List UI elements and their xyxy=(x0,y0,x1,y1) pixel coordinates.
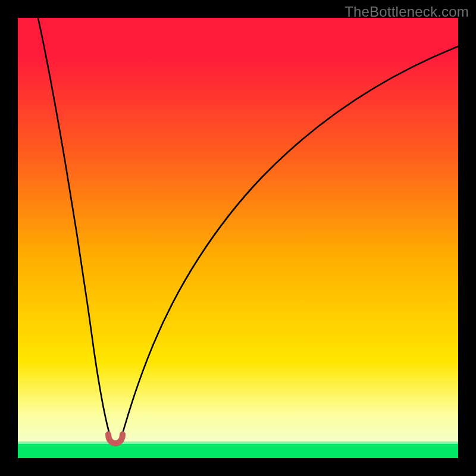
chart-frame xyxy=(18,18,458,458)
gradient-background xyxy=(18,18,458,458)
green-edge xyxy=(18,441,458,444)
watermark-text: TheBottleneck.com xyxy=(345,4,469,20)
green-good-band xyxy=(18,444,458,458)
bottleneck-chart xyxy=(18,18,458,458)
